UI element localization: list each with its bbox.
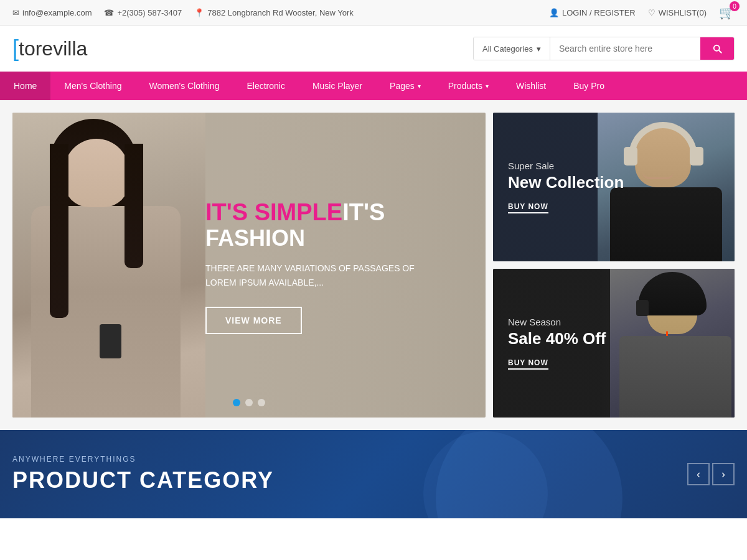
email-icon: ✉ — [12, 8, 19, 17]
nav-home-label: Home — [14, 81, 37, 91]
hero-description: THERE ARE MANY VARIATIONS OF PASSAGES OF… — [205, 261, 436, 289]
nav-wishlist-label: Wishlist — [516, 81, 546, 91]
nav-pages[interactable]: Pages ▾ — [376, 72, 435, 100]
nav-products[interactable]: Products ▾ — [435, 72, 502, 100]
figure-hair-left — [50, 144, 68, 318]
nav-music-player[interactable]: Music Player — [299, 72, 376, 100]
banner-sale: New Season Sale 40% Off BUY NOW — [493, 269, 735, 418]
nav-electronic[interactable]: Electronic — [233, 72, 298, 100]
category-text: ANYWHERE EVERYTHINGS PRODUCT CATEGORY — [12, 455, 274, 493]
user-icon: 👤 — [549, 8, 559, 17]
top-bar: ✉ info@example.com ☎ +2(305) 587-3407 📍 … — [0, 0, 747, 26]
heart-icon: ♡ — [648, 8, 655, 17]
hero-background: IT'S SIMPLEIT'S FASHION THERE ARE MANY V… — [12, 113, 486, 418]
banner1-text: Super Sale New Collection BUY NOW — [508, 161, 624, 214]
hero-woman-figure — [12, 113, 205, 418]
phone-text: +2(305) 587-3407 — [117, 8, 182, 17]
search-input[interactable] — [550, 37, 700, 60]
logo[interactable]: [ tore villa — [12, 37, 87, 60]
nav-buy-pro[interactable]: Buy Pro — [560, 72, 618, 100]
b1-body — [610, 187, 722, 261]
nav-pages-label: Pages — [390, 81, 415, 91]
category-label: All Categories — [482, 44, 533, 54]
banner1-buy-now-link[interactable]: BUY NOW — [508, 202, 548, 213]
address-text: 7882 Longbranch Rd Wooster, New York — [207, 8, 354, 17]
nav-music-label: Music Player — [312, 81, 362, 91]
phone-icon: ☎ — [104, 8, 114, 17]
figure-phone — [100, 324, 121, 358]
location-icon: 📍 — [194, 8, 204, 17]
b1-headphone-left — [624, 147, 637, 166]
nav-electronic-label: Electronic — [247, 81, 284, 91]
b2-body — [619, 336, 731, 418]
banner-new-collection: Super Sale New Collection BUY NOW — [493, 113, 735, 261]
wishlist-text: WISHLIST(0) — [659, 8, 707, 17]
wishlist-link[interactable]: ♡ WISHLIST(0) — [648, 8, 707, 17]
search-bar: All Categories ▾ — [473, 37, 735, 60]
login-register[interactable]: 👤 LOGIN / REGISTER — [549, 8, 636, 17]
b1-headphone-right — [690, 147, 703, 166]
search-button[interactable] — [700, 37, 734, 60]
banner1-title: New Collection — [508, 174, 624, 192]
dot-2[interactable] — [245, 399, 253, 406]
nav-wishlist[interactable]: Wishlist — [502, 72, 560, 100]
dot-1[interactable] — [233, 399, 240, 406]
category-subtitle: ANYWHERE EVERYTHINGS — [12, 455, 274, 464]
hero-slider: IT'S SIMPLEIT'S FASHION THERE ARE MANY V… — [12, 113, 486, 418]
side-banners: Super Sale New Collection BUY NOW — [493, 113, 735, 418]
banner1-overlay: Super Sale New Collection BUY NOW — [493, 113, 735, 261]
nav-mens-clothing[interactable]: Men's Clothing — [50, 72, 135, 100]
banner2-super-title: New Season — [508, 317, 606, 327]
category-next-button[interactable]: › — [712, 463, 735, 485]
hero-its-text: IT'S — [342, 199, 385, 225]
phone-info: ☎ +2(305) 587-3407 — [104, 8, 182, 17]
category-title: PRODUCT CATEGORY — [12, 467, 274, 493]
hero-line2: FASHION — [205, 226, 436, 251]
search-icon — [712, 43, 723, 54]
chevron-down-icon: ▾ — [537, 44, 541, 54]
banner2-buy-now-link[interactable]: BUY NOW — [508, 358, 548, 370]
header: [ tore villa All Categories ▾ — [0, 26, 747, 72]
navigation: Home Men's Clothing Women's Clothing Ele… — [0, 72, 747, 100]
nav-womens-label: Women's Clothing — [149, 81, 220, 91]
b1-headphone-arc — [629, 122, 697, 159]
nav-womens-clothing[interactable]: Women's Clothing — [136, 72, 233, 100]
logo-villa: villa — [53, 37, 87, 60]
hero-view-more-button[interactable]: VIEW MORE — [205, 307, 302, 334]
banner2-title: Sale 40% Off — [508, 330, 606, 348]
nav-home[interactable]: Home — [0, 72, 50, 100]
logo-bracket: [ — [12, 37, 19, 60]
nav-mens-label: Men's Clothing — [64, 81, 121, 91]
nav-products-label: Products — [448, 81, 482, 91]
hero-line1: IT'S SIMPLEIT'S — [205, 200, 436, 226]
category-nav: ‹ › — [687, 463, 735, 485]
category-prev-button[interactable]: ‹ — [687, 463, 710, 485]
banner2-overlay: New Season Sale 40% Off BUY NOW — [493, 269, 735, 418]
dot-3[interactable] — [258, 399, 265, 406]
pages-chevron-icon: ▾ — [418, 83, 421, 90]
hero-text: IT'S SIMPLEIT'S FASHION THERE ARE MANY V… — [205, 200, 436, 334]
cart-badge: 0 — [730, 1, 740, 11]
products-chevron-icon: ▾ — [486, 83, 489, 90]
category-section: ANYWHERE EVERYTHINGS PRODUCT CATEGORY ‹ … — [0, 430, 747, 518]
email-text: info@example.com — [22, 8, 92, 17]
slider-dots — [233, 399, 265, 406]
top-bar-right: 👤 LOGIN / REGISTER ♡ WISHLIST(0) 🛒 0 — [549, 5, 735, 20]
category-dropdown[interactable]: All Categories ▾ — [474, 37, 550, 60]
banner1-super-title: Super Sale — [508, 161, 624, 171]
figure-face — [64, 139, 129, 207]
cart-icon-area[interactable]: 🛒 0 — [719, 5, 735, 20]
address-info: 📍 7882 Longbranch Rd Wooster, New York — [194, 8, 354, 17]
banner2-person — [610, 269, 735, 418]
nav-buypro-label: Buy Pro — [573, 81, 604, 91]
hero-simple-text: IT'S SIMPLE — [205, 199, 342, 225]
email-info: ✉ info@example.com — [12, 8, 92, 17]
logo-store: tore — [19, 37, 53, 60]
b1-smile — [642, 172, 674, 179]
banner2-text: New Season Sale 40% Off BUY NOW — [508, 317, 606, 370]
main-content: IT'S SIMPLEIT'S FASHION THERE ARE MANY V… — [0, 100, 747, 430]
login-text: LOGIN / REGISTER — [562, 8, 636, 17]
b2-earphone — [636, 300, 649, 316]
figure-hair-right — [125, 144, 143, 268]
top-bar-left: ✉ info@example.com ☎ +2(305) 587-3407 📍 … — [12, 8, 354, 17]
